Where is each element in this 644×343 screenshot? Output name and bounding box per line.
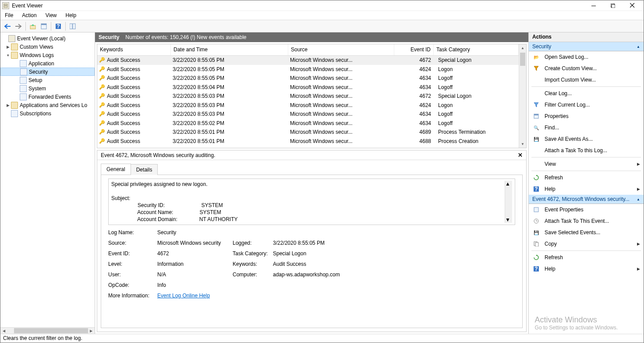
actions-group-security[interactable]: Security▲ xyxy=(529,42,644,51)
funnel-icon xyxy=(532,101,540,108)
tree-system[interactable]: System xyxy=(0,84,95,93)
event-row[interactable]: 🔑Audit Success3/22/2020 8:55:05 PMMicros… xyxy=(97,65,519,74)
tree-apps-services[interactable]: ▶Applications and Services Lo xyxy=(0,101,95,109)
window-title: Event Viewer xyxy=(12,3,584,9)
lbl-user: User: xyxy=(108,272,157,278)
svg-rect-8 xyxy=(30,25,35,29)
properties-button[interactable] xyxy=(39,21,49,32)
desc-v-scrollbar[interactable]: ▲▼ xyxy=(505,181,512,223)
col-task[interactable]: Task Category xyxy=(434,44,519,55)
event-row[interactable]: 🔑Audit Success3/22/2020 8:55:05 PMMicros… xyxy=(97,74,519,83)
cell-eventid: 4624 xyxy=(396,102,435,108)
action-save-all[interactable]: 💾Save All Events As... xyxy=(529,133,644,145)
event-row[interactable]: 🔑Audit Success3/22/2020 8:55:05 PMMicros… xyxy=(97,56,519,65)
tree-windows-logs[interactable]: ▾Windows Logs xyxy=(0,51,95,59)
status-bar: Clears the current filter on the log. xyxy=(0,334,644,343)
event-row[interactable]: 🔑Audit Success3/22/2020 8:55:04 PMMicros… xyxy=(97,83,519,92)
help-button[interactable]: ? xyxy=(53,21,64,32)
tree-subscriptions[interactable]: Subscriptions xyxy=(0,109,95,118)
col-datetime[interactable]: Date and Time xyxy=(171,44,288,55)
help-icon: ? xyxy=(532,186,540,193)
up-button[interactable] xyxy=(28,21,38,32)
show-button[interactable] xyxy=(67,21,78,32)
tree-forwarded[interactable]: Forwarded Events xyxy=(0,93,95,101)
event-row[interactable]: 🔑Audit Success3/22/2020 8:55:03 PMMicros… xyxy=(97,110,519,119)
key-icon: 🔑 xyxy=(99,75,105,81)
action-open-saved-log[interactable]: 📂Open Saved Log... xyxy=(529,51,644,63)
col-keywords[interactable]: Keywords xyxy=(97,44,171,55)
svg-text:?: ? xyxy=(534,186,538,192)
forward-button[interactable] xyxy=(13,21,24,32)
tree-security[interactable]: Security xyxy=(0,68,95,76)
actions-group-event[interactable]: Event 4672, Microsoft Windows security..… xyxy=(529,195,644,204)
tree-application[interactable]: Application xyxy=(0,59,95,68)
key-icon: 🔑 xyxy=(99,111,105,117)
svg-rect-5 xyxy=(612,4,615,8)
menu-action[interactable]: Action xyxy=(18,11,41,20)
action-attach-task[interactable]: Attach a Task To this Log... xyxy=(529,145,644,156)
detail-close[interactable]: ✕ xyxy=(518,152,523,158)
lbl-computer: Computer: xyxy=(233,272,273,278)
actions-header: Actions xyxy=(529,32,644,42)
val-taskcat: Special Logon xyxy=(273,250,515,257)
app-icon xyxy=(2,2,9,9)
val-keywords: Audit Success xyxy=(273,261,515,267)
action-view[interactable]: View▶ xyxy=(529,158,644,170)
svg-text:?: ? xyxy=(57,23,60,29)
val-source: Microsoft Windows security xyxy=(157,240,233,246)
event-row[interactable]: 🔑Audit Success3/22/2020 8:55:03 PMMicros… xyxy=(97,101,519,110)
cell-eventid: 4688 xyxy=(396,138,435,144)
event-row[interactable]: 🔑Audit Success3/22/2020 8:55:03 PMMicros… xyxy=(97,92,519,101)
cell-keywords: Audit Success xyxy=(107,111,140,117)
menu-view[interactable]: View xyxy=(41,11,61,20)
action-clear-log[interactable]: Clear Log... xyxy=(529,88,644,99)
event-row[interactable]: 🔑Audit Success3/22/2020 8:55:01 PMMicros… xyxy=(97,128,519,137)
col-source[interactable]: Source xyxy=(288,44,394,55)
action-filter-log[interactable]: Filter Current Log... xyxy=(529,99,644,111)
action-refresh-2[interactable]: Refresh xyxy=(529,252,644,263)
lbl-source: Source: xyxy=(108,240,157,246)
action-find[interactable]: 🔍Find... xyxy=(529,122,644,133)
col-eventid[interactable]: Event ID xyxy=(394,44,434,55)
event-v-scrollbar[interactable]: ▲▼ xyxy=(519,44,526,148)
menu-help[interactable]: Help xyxy=(61,11,81,20)
cell-keywords: Audit Success xyxy=(107,75,140,81)
key-icon: 🔑 xyxy=(99,129,105,135)
link-online-help[interactable]: Event Log Online Help xyxy=(157,293,210,299)
close-button[interactable] xyxy=(623,0,642,11)
menu-file[interactable]: File xyxy=(0,11,18,20)
back-button[interactable] xyxy=(2,21,13,32)
tree-custom-views[interactable]: ▶Custom Views xyxy=(0,43,95,51)
action-create-custom-view[interactable]: Create Custom View... xyxy=(529,63,644,74)
event-row[interactable]: 🔑Audit Success3/22/2020 8:55:01 PMMicros… xyxy=(97,137,519,146)
refresh-icon xyxy=(532,174,540,181)
action-help-2[interactable]: ?Help▶ xyxy=(529,263,644,275)
action-properties[interactable]: Properties xyxy=(529,111,644,122)
tree-root[interactable]: Event Viewer (Local) xyxy=(0,34,95,43)
cell-eventid: 4672 xyxy=(396,57,435,63)
action-import-custom-view[interactable]: Import Custom View... xyxy=(529,74,644,86)
tree-label: Security xyxy=(29,69,48,75)
cell-source: Microsoft Windows secur... xyxy=(290,93,396,99)
key-icon: 🔑 xyxy=(99,84,105,90)
blank-icon xyxy=(532,76,540,83)
divider xyxy=(531,171,641,171)
action-help[interactable]: ?Help▶ xyxy=(529,183,644,195)
action-refresh[interactable]: Refresh xyxy=(529,172,644,183)
event-row[interactable]: 🔑Audit Success3/22/2020 8:55:02 PMMicros… xyxy=(97,119,519,128)
tree-h-scrollbar[interactable]: ◀▶ xyxy=(0,327,95,334)
action-copy[interactable]: Copy▶ xyxy=(529,238,644,250)
action-attach-task-event[interactable]: Attach Task To This Event... xyxy=(529,215,644,227)
tab-general[interactable]: General xyxy=(101,164,131,175)
maximize-button[interactable] xyxy=(603,0,623,11)
find-icon: 🔍 xyxy=(532,124,540,131)
svg-rect-16 xyxy=(534,114,538,115)
action-event-properties[interactable]: Event Properties xyxy=(529,204,644,215)
minimize-button[interactable] xyxy=(584,0,603,11)
tree-label: Subscriptions xyxy=(20,111,51,117)
tree-setup[interactable]: Setup xyxy=(0,76,95,84)
divider xyxy=(531,86,641,87)
action-save-selected[interactable]: 💾Save Selected Events... xyxy=(529,227,644,238)
tab-details[interactable]: Details xyxy=(131,164,158,175)
cell-eventid: 4634 xyxy=(396,111,435,117)
